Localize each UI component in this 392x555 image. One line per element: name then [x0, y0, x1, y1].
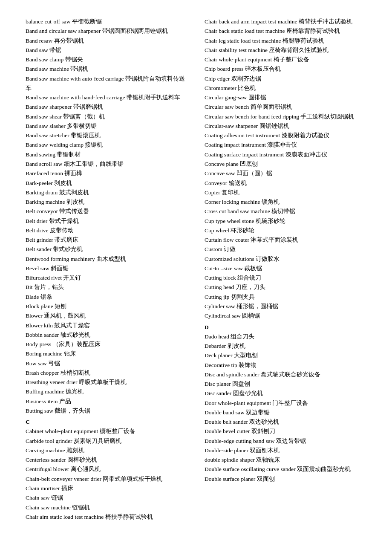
list-item: Carbide tool grinder 炭素钢刀具研磨机: [26, 436, 187, 446]
list-item: Deck planer 大型电刨: [205, 351, 366, 360]
list-item: Bobbin sander 轴式砂光机: [26, 330, 187, 340]
list-item: Band saw welding clamp 接锯机: [26, 140, 187, 150]
list-item: Chain mortiser 插床: [26, 484, 187, 493]
list-item: Dado head 组合刀头: [205, 332, 366, 341]
list-item: Copier 复印机: [205, 188, 366, 197]
list-item: Cylindircal saw 圆桶锯: [205, 311, 366, 321]
list-item: Buffing machine 抛光机: [26, 387, 187, 396]
list-item: Custom 订做: [205, 245, 366, 254]
list-item: Coating adhesion test instrument 漆膜附着力试验…: [205, 131, 366, 140]
list-item: Cut-to –size saw 裁板锯: [205, 264, 366, 273]
list-item: D: [205, 323, 366, 332]
list-item: Band saw machine with auto-feed carriage…: [26, 74, 187, 93]
list-item: Cutting block 组合铣刀: [205, 273, 366, 283]
list-item: Double surface planer 双面刨: [205, 474, 366, 484]
list-item: Block plane 短刨: [26, 302, 187, 311]
list-item: Double-edge cutting band saw 双边齿带锯: [205, 436, 366, 446]
list-item: Boring machine 钻床: [26, 349, 187, 358]
list-item: Conveyor 输送机: [205, 179, 366, 188]
list-item: Bifurcated rivet 开叉钉: [26, 273, 187, 283]
list-item: Chair whole-plant equipment 椅子整厂设备: [205, 55, 366, 64]
list-item: Band saw clamp 带锯夹: [26, 55, 187, 64]
list-item: C: [26, 417, 187, 427]
list-item: Coating impact instrument 漆膜冲击仪: [205, 140, 366, 150]
list-item: Chair back and arm impact test machine 椅…: [205, 17, 366, 26]
list-item: Disc planer 圆盘刨: [205, 379, 366, 389]
list-item: Chromometer 比色机: [205, 84, 366, 93]
list-item: Curtain flow coater 淋幕式平面涂装机: [205, 235, 366, 245]
list-item: Band scroll saw 细木工带锯，曲线带锯: [26, 159, 187, 169]
list-item: Centerless sander 圆棒砂光机: [26, 455, 187, 465]
list-item: Band saw shear 带锯剪（截）机: [26, 112, 187, 121]
list-item: Chair back static load test machine 座椅靠背…: [205, 26, 366, 36]
list-item: Band and circular saw sharpener 带锯圆面积锯两用…: [26, 26, 187, 36]
list-item: Cabinet whole-plant equipment 橱柜整厂设备: [26, 427, 187, 436]
list-item: Decorative tip 装饰物: [205, 361, 366, 370]
list-item: Circular-saw sharpener 圆锯锉锯机: [205, 121, 366, 131]
list-item: Chip edger 双削齐边锯: [205, 74, 366, 84]
list-item: Barking machine 剥皮机: [26, 197, 187, 207]
list-item: Band saw machine with hand-feed carriage…: [26, 93, 187, 102]
list-item: Chain-belt conveyer veneer drier 网带式单项式板…: [26, 474, 187, 484]
list-item: Bentwood forming machinery 曲木成型机: [26, 254, 187, 264]
list-item: balance cut-off saw 平衡截断锯: [26, 17, 187, 26]
list-item: Business item 产品: [26, 397, 187, 406]
list-item: Double band saw 双边带锯: [205, 408, 366, 417]
list-item: Band sawing 带锯制材: [26, 150, 187, 159]
list-item: Circular gang-saw 圆排锯: [205, 93, 366, 102]
list-item: Cylinder saw 桶形锯，圆桶锯: [205, 302, 366, 311]
list-item: Circular saw bench 简单圆面积锯机: [205, 102, 366, 112]
list-item: Breathing veneer drier 呼吸式单板干燥机: [26, 378, 187, 387]
list-item: Corner locking machine 锁角机: [205, 197, 366, 207]
right-column: Chair back and arm impact test machine 椅…: [205, 17, 366, 522]
list-item: Belt drive 皮带传动: [26, 226, 187, 235]
list-item: Centrifugal blower 离心通风机: [26, 465, 187, 474]
list-item: Band saw slasher 多带横切锯: [26, 121, 187, 131]
list-item: Disc and spindle sander 盘式轴式联合砂光设备: [205, 370, 366, 379]
list-item: Band saw stretcher 带锯滚压机: [26, 131, 187, 140]
list-item: Body press （家具）装配压床: [26, 340, 187, 349]
list-item: Chair aim static load test machine 椅扶手静荷…: [26, 512, 187, 522]
list-item: Cross cut band saw machine 横切带锯: [205, 207, 366, 216]
list-item: Double belt sander 双边砂光机: [205, 417, 366, 427]
list-item: Band saw sharpener 带锯磨锯机: [26, 102, 187, 112]
list-item: Band saw 带锯: [26, 46, 187, 55]
list-item: Cup type wheel stone 机碗形砂轮: [205, 217, 366, 226]
list-item: Belt grinder 带式磨床: [26, 235, 187, 245]
list-item: Band saw machine 带锯机: [26, 64, 187, 74]
list-item: Customized solutions 订做胶水: [205, 254, 366, 264]
list-item: Belt sander 带式砂光机: [26, 245, 187, 254]
list-item: Double bevel cutter 双斜刨刀: [205, 427, 366, 436]
list-item: double spindle shaper 双轴铣床: [205, 455, 366, 465]
list-item: Bevel saw 斜面锯: [26, 264, 187, 273]
list-item: Bark-peeler 剥皮机: [26, 179, 187, 188]
list-item: Blower kiln 鼓风式干燥窑: [26, 321, 187, 330]
list-item: Blower 通风机，鼓风机: [26, 311, 187, 321]
list-item: Chain saw 链锯: [26, 493, 187, 503]
list-item: Chair leg static load test machine 椅腿静荷试…: [205, 36, 366, 46]
list-item: Barking drum 鼓式剥皮机: [26, 188, 187, 197]
list-item: Belt drier 带式干燥机: [26, 217, 187, 226]
list-item: Door whole-plant equipment 门斗整厂设备: [205, 399, 366, 408]
list-item: Blade 锯条: [26, 292, 187, 302]
list-item: Bow saw 弓锯: [26, 359, 187, 368]
list-item: Bit 齿片，钻头: [26, 283, 187, 292]
list-item: Double surface oscillating curve sander …: [205, 465, 366, 474]
list-item: Cutting head 刀座，刀头: [205, 283, 366, 292]
list-item: Circular saw bench for band feed ripping…: [205, 112, 366, 121]
list-item: Cutting jip 切割夹具: [205, 292, 366, 302]
list-item: Debarder 剥皮机: [205, 341, 366, 351]
list-item: Concave saw 凹面（圆）锯: [205, 169, 366, 178]
left-column: balance cut-off saw 平衡截断锯Band and circul…: [26, 17, 187, 522]
list-item: Band resaw 再分带锯机: [26, 36, 187, 46]
list-item: Chip board press 碎木板压合机: [205, 64, 366, 74]
main-content: balance cut-off saw 平衡截断锯Band and circul…: [26, 17, 366, 522]
list-item: Brash chopper 枝梢切断机: [26, 368, 187, 378]
list-item: Belt conveyor 带式传送器: [26, 207, 187, 216]
list-item: Disc sander 圆盘砂光机: [205, 389, 366, 398]
list-item: Double-side planer 双面刨木机: [205, 446, 366, 455]
list-item: Chair stability test machine 座椅靠背耐久性试验机: [205, 46, 366, 55]
list-item: Barefaced tenon 裸面榫: [26, 169, 187, 178]
list-item: Chain saw machine 链锯机: [26, 503, 187, 512]
list-item: Concave plane 凹底刨: [205, 159, 366, 169]
